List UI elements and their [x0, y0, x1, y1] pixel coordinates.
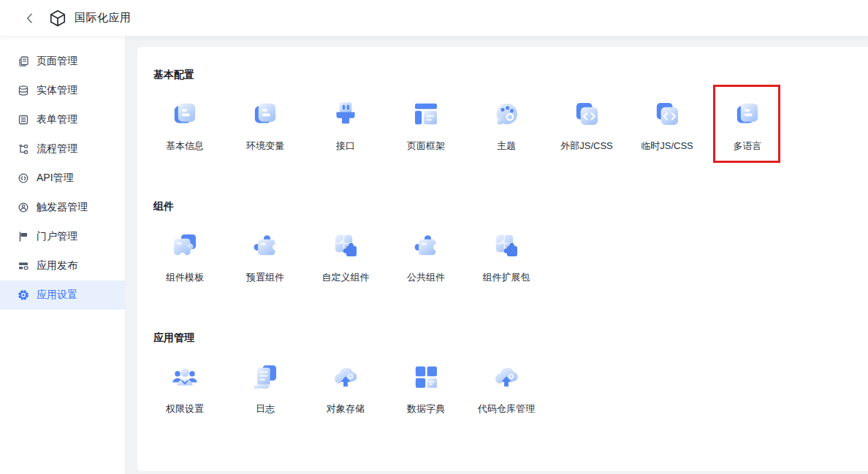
card-label: 数据字典 [407, 402, 445, 416]
sidebar-item-flow-mgmt[interactable]: 流程管理 [0, 134, 125, 164]
section-app-management: 应用管理 权限设置 日志 对象存储 [153, 330, 868, 416]
card-label: 日志 [256, 402, 275, 416]
pages-icon [18, 56, 29, 67]
sidebar-item-app-publish[interactable]: 应用发布 [0, 251, 125, 280]
grid-icon [411, 362, 441, 391]
cube-icon [48, 9, 67, 28]
sidebar-item-form-mgmt[interactable]: 表单管理 [0, 105, 125, 134]
section-components: 组件 组件模板 预置组件 自定义组件 [153, 199, 868, 284]
card-external-jscss[interactable]: 外部JS/CSS [547, 99, 627, 153]
puzzle-knobs-icon [411, 231, 441, 260]
card-component-extension[interactable]: 组件扩展包 [466, 231, 547, 284]
document-icon [170, 99, 199, 129]
card-label: 接口 [336, 139, 355, 153]
users-icon [170, 362, 199, 391]
flow-icon [18, 143, 29, 155]
section-grid: 基本信息 环境变量 接口 页面框架 [145, 99, 868, 153]
sidebar-item-api-mgmt[interactable]: API管理 [0, 164, 125, 193]
trigger-icon [18, 202, 29, 213]
card-multi-language[interactable]: 多语言 [707, 99, 788, 153]
sidebar-item-label: 页面管理 [37, 55, 77, 68]
sidebar-item-page-mgmt[interactable]: 页面管理 [0, 47, 125, 76]
layout-icon [411, 99, 441, 129]
main-content: 基本配置 基本信息 环境变量 接口 [126, 37, 868, 474]
gear-icon [18, 289, 29, 301]
sidebar-item-trigger-mgmt[interactable]: 触发器管理 [0, 193, 125, 222]
card-label: 自定义组件 [322, 271, 370, 284]
card-data-dictionary[interactable]: 数据字典 [386, 362, 466, 416]
card-label: 基本信息 [166, 139, 204, 153]
sidebar-item-label: 流程管理 [37, 142, 77, 156]
card-logs[interactable]: 日志 [225, 362, 305, 416]
card-custom-component[interactable]: 自定义组件 [305, 231, 386, 284]
database-icon [18, 85, 29, 96]
portal-flag-icon [18, 231, 29, 242]
card-basic-info[interactable]: 基本信息 [145, 99, 225, 153]
publish-icon [18, 260, 29, 272]
app-title: 国际化应用 [75, 11, 132, 25]
section-grid: 组件模板 预置组件 自定义组件 公共组件 [145, 231, 868, 284]
form-icon [18, 114, 29, 126]
puzzle-knobs-icon [251, 231, 280, 260]
sidebar: 页面管理 实体管理 表单管理 流程管理 API管理 触发器管理 门户管理 应用 [0, 37, 126, 474]
card-page-frame[interactable]: 页面框架 [386, 99, 466, 153]
card-temp-jscss[interactable]: 临时JS/CSS [627, 99, 707, 153]
card-permission-settings[interactable]: 权限设置 [145, 362, 225, 416]
back-button[interactable] [22, 10, 38, 26]
plug-icon [331, 99, 360, 129]
card-theme[interactable]: 主题 [466, 99, 547, 153]
sidebar-item-label: 门户管理 [37, 230, 77, 243]
sidebar-item-label: 表单管理 [37, 113, 77, 126]
code-icon [652, 99, 682, 129]
card-label: 组件模板 [166, 271, 204, 284]
card-label: 页面框架 [407, 139, 445, 153]
card-label: 临时JS/CSS [641, 139, 693, 153]
sidebar-item-entity-mgmt[interactable]: 实体管理 [0, 76, 125, 105]
cloud-upload-icon [331, 362, 360, 391]
card-label: 主题 [497, 139, 516, 153]
card-label: 组件扩展包 [483, 271, 530, 284]
card-label: 外部JS/CSS [560, 139, 613, 153]
card-label: 多语言 [734, 139, 762, 153]
sidebar-item-label: 触发器管理 [37, 201, 88, 214]
card-code-repo[interactable]: 代码仓库管理 [466, 362, 547, 416]
cloud-upload-icon [492, 362, 521, 391]
card-preset-component[interactable]: 预置组件 [225, 231, 305, 284]
sidebar-item-label: 实体管理 [37, 84, 77, 97]
card-object-storage[interactable]: 对象存储 [305, 362, 386, 416]
card-component-template[interactable]: 组件模板 [145, 231, 225, 284]
log-scroll-icon [251, 362, 280, 391]
sidebar-item-app-settings[interactable]: 应用设置 [0, 280, 125, 310]
section-title: 基本配置 [153, 67, 868, 82]
code-circle-icon [18, 172, 29, 184]
card-label: 环境变量 [246, 139, 284, 153]
section-basic-config: 基本配置 基本信息 环境变量 接口 [153, 67, 868, 153]
sidebar-item-label: 应用设置 [37, 288, 77, 302]
document-icon [251, 99, 280, 129]
puzzle-panel-icon [331, 231, 360, 260]
card-label: 代码仓库管理 [478, 402, 535, 416]
code-icon [572, 99, 601, 129]
section-title: 应用管理 [153, 330, 868, 345]
card-label: 预置组件 [246, 271, 284, 284]
section-title: 组件 [153, 199, 868, 213]
top-bar: 国际化应用 [0, 0, 868, 37]
puzzle-panel-icon [492, 231, 521, 260]
card-public-component[interactable]: 公共组件 [386, 231, 466, 284]
card-interface[interactable]: 接口 [305, 99, 386, 153]
sidebar-item-portal-mgmt[interactable]: 门户管理 [0, 222, 125, 251]
puzzle-template-icon [170, 231, 199, 260]
card-label: 对象存储 [327, 402, 365, 416]
chevron-left-icon [23, 11, 37, 26]
card-env-vars[interactable]: 环境变量 [225, 99, 305, 153]
card-label: 权限设置 [166, 402, 204, 416]
document-icon [733, 99, 762, 129]
section-grid: 权限设置 日志 对象存储 数据字典 [145, 362, 868, 416]
card-label: 公共组件 [407, 271, 445, 284]
palette-icon [492, 99, 521, 129]
settings-card: 基本配置 基本信息 环境变量 接口 [137, 47, 868, 471]
sidebar-item-label: API管理 [37, 172, 74, 185]
sidebar-item-label: 应用发布 [37, 259, 77, 272]
